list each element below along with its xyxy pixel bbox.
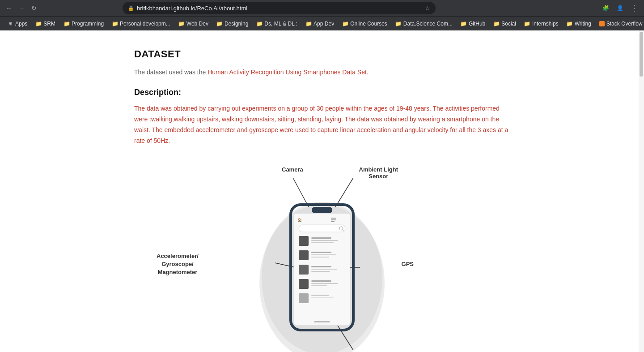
so-icon <box>599 21 605 26</box>
bookmark-label: Programming <box>72 21 104 27</box>
bookmark-online-courses[interactable]: 📁 Online Courses <box>339 19 391 28</box>
bookmark-personal[interactable]: 📁 Personal developm... <box>108 19 174 28</box>
svg-rect-17 <box>311 240 338 241</box>
bookmark-writing[interactable]: 📁 Writing <box>563 19 595 28</box>
phone-diagram: Camera Ambient LightSensor Accelerometer… <box>134 160 510 352</box>
svg-rect-16 <box>311 237 331 239</box>
bookmark-apps[interactable]: ⊞ Apps <box>4 19 31 28</box>
page-title: DATASET <box>134 48 510 60</box>
svg-line-2 <box>275 263 295 267</box>
svg-rect-33 <box>311 297 334 298</box>
bookmark-label: Apps <box>15 21 27 27</box>
svg-rect-21 <box>311 254 336 255</box>
svg-rect-22 <box>311 257 329 258</box>
folder-icon: 📁 <box>305 21 312 27</box>
svg-rect-27 <box>299 279 309 289</box>
folder-icon: 📁 <box>567 21 573 27</box>
folder-icon: 📁 <box>216 21 223 27</box>
folder-icon: 📁 <box>493 21 500 27</box>
bookmark-label: Social <box>501 21 516 27</box>
description-text: The data was obtained by carrying out ex… <box>134 103 510 146</box>
svg-text:🏠: 🏠 <box>297 218 302 222</box>
folder-icon: 📁 <box>64 21 70 27</box>
apps-icon: ⊞ <box>7 21 13 27</box>
bookmark-label: SRM <box>43 21 55 27</box>
bookmark-github[interactable]: 📁 GitHub <box>457 19 489 28</box>
svg-rect-12 <box>299 225 345 232</box>
svg-rect-10 <box>331 219 336 220</box>
svg-line-1 <box>335 178 353 207</box>
svg-rect-11 <box>331 221 335 222</box>
svg-line-0 <box>293 178 309 207</box>
svg-rect-23 <box>299 265 309 275</box>
folder-icon: 📁 <box>461 21 467 27</box>
description-heading: Description: <box>134 88 510 97</box>
label-ambient: Ambient LightSensor <box>359 166 398 180</box>
phone-svg: 🏠 <box>206 164 438 352</box>
bookmark-designing[interactable]: 📁 Designing <box>213 19 252 28</box>
folder-icon: 📁 <box>342 21 348 27</box>
lock-icon: 🔒 <box>128 5 134 11</box>
svg-rect-24 <box>311 266 331 267</box>
page-content: DATASET The dataset used was the Human A… <box>0 30 644 352</box>
intro-text-before: The dataset used was the <box>134 69 208 76</box>
browser-window: ← → ↻ 🔒 hritikbhandari.github.io/ReCo.Ai… <box>0 0 644 352</box>
bookmark-internships[interactable]: 📁 Internships <box>521 19 562 28</box>
svg-rect-19 <box>299 250 309 260</box>
bookmark-label: Writing <box>575 21 591 27</box>
bookmark-social[interactable]: 📁 Social <box>490 19 520 28</box>
svg-rect-30 <box>311 285 327 286</box>
folder-icon: 📁 <box>112 21 118 27</box>
bookmark-label: Online Courses <box>350 21 387 27</box>
menu-button[interactable]: ⋮ <box>628 2 640 14</box>
dataset-link[interactable]: Human Activity Recognition Using Smartph… <box>208 69 369 76</box>
bookmark-label: GitHub <box>469 21 485 27</box>
back-button[interactable]: ← <box>4 3 14 13</box>
bookmark-label: Web Dev <box>186 21 208 27</box>
svg-rect-34 <box>314 321 330 322</box>
nav-buttons: ← → ↻ <box>4 3 39 13</box>
svg-rect-20 <box>311 252 331 253</box>
star-icon: ☆ <box>425 5 430 12</box>
dataset-intro: The dataset used was the Human Activity … <box>134 67 510 77</box>
svg-rect-25 <box>311 269 337 270</box>
scrollbar-thumb[interactable] <box>640 32 643 77</box>
label-accelerometer: Accelerometer/Gyroscope/Magnetometer <box>157 252 199 277</box>
svg-rect-9 <box>331 218 336 219</box>
svg-rect-32 <box>311 295 329 296</box>
bookmark-ds-ml[interactable]: 📁 Ds, ML & DL : <box>253 19 301 28</box>
bookmark-label: Designing <box>225 21 248 27</box>
reload-button[interactable]: ↻ <box>29 3 39 13</box>
svg-rect-18 <box>311 242 334 243</box>
folder-icon: 📁 <box>256 21 263 27</box>
label-camera: Camera <box>282 166 303 173</box>
svg-rect-29 <box>311 283 338 284</box>
folder-icon: 📁 <box>395 21 402 27</box>
bookmarks-bar: ⊞ Apps 📁 SRM 📁 Programming 📁 Personal de… <box>0 16 644 30</box>
extensions-button[interactable]: 🧩 <box>599 2 612 14</box>
scrollbar[interactable] <box>639 30 644 352</box>
bookmark-srm[interactable]: 📁 SRM <box>32 19 59 28</box>
bookmark-label: Stack Overflow <box>606 21 643 27</box>
address-bar[interactable]: 🔒 hritikbhandari.github.io/ReCo.Ai/about… <box>123 2 436 14</box>
bookmark-label: Internships <box>532 21 559 27</box>
forward-button[interactable]: → <box>16 3 27 13</box>
browser-toolbar: ← → ↻ 🔒 hritikbhandari.github.io/ReCo.Ai… <box>0 0 644 16</box>
bookmark-appdev[interactable]: 📁 App Dev <box>302 19 338 28</box>
browser-right-controls: 🧩 👤 ⋮ <box>599 2 640 14</box>
url-text: hritikbhandari.github.io/ReCo.Ai/about.h… <box>137 5 422 12</box>
bookmark-webdev[interactable]: 📁 Web Dev <box>175 19 212 28</box>
bookmark-label: Data.Science Com... <box>403 21 453 27</box>
bookmark-label: Personal developm... <box>120 21 170 27</box>
svg-rect-26 <box>311 271 330 272</box>
bookmark-programming[interactable]: 📁 Programming <box>60 19 107 28</box>
folder-icon: 📁 <box>524 21 530 27</box>
bookmark-label: App Dev <box>314 21 334 27</box>
profile-button[interactable]: 👤 <box>614 2 626 14</box>
svg-rect-7 <box>312 207 332 213</box>
bookmark-stackoverflow[interactable]: Stack Overflow <box>596 19 644 28</box>
bookmark-label: Ds, ML & DL : <box>264 21 297 27</box>
folder-icon: 📁 <box>178 21 185 27</box>
label-gps: GPS <box>402 261 414 267</box>
bookmark-data-science[interactable]: 📁 Data.Science Com... <box>392 19 456 28</box>
